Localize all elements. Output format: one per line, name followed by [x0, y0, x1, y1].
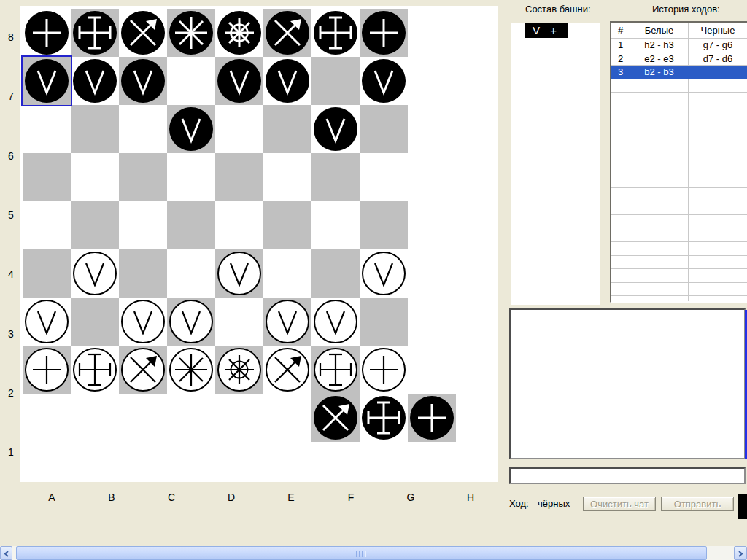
history-empty-row[interactable]: [611, 106, 747, 120]
square-e6[interactable]: [215, 105, 263, 153]
piece-black-star-d8[interactable]: [169, 10, 214, 55]
square-a4[interactable]: [23, 201, 71, 249]
square-d4[interactable]: [167, 201, 215, 249]
square-d5[interactable]: [167, 153, 215, 201]
square-f3[interactable]: [263, 249, 311, 298]
chat-input[interactable]: [509, 467, 746, 484]
piece-black-v-c7[interactable]: [120, 58, 166, 104]
chevron-left-icon: [4, 547, 9, 560]
piece-white-plus-a1[interactable]: [24, 347, 69, 392]
piece-black-v-a7[interactable]: [24, 58, 69, 104]
piece-white-v-d2[interactable]: [169, 299, 214, 344]
square-h2[interactable]: [360, 298, 408, 346]
history-empty-row[interactable]: [611, 269, 747, 283]
square-e5[interactable]: [215, 153, 263, 201]
piece-black-x-arrow-stray[interactable]: [313, 395, 358, 440]
piece-white-v-f2[interactable]: [265, 299, 310, 344]
piece-black-plus-a8[interactable]: [24, 10, 69, 55]
piece-black-x-arrow-f8[interactable]: [265, 10, 310, 55]
piece-black-cross-serif-stray[interactable]: [361, 395, 406, 440]
square-e4[interactable]: [215, 201, 263, 249]
piece-white-v-b3[interactable]: [72, 251, 117, 296]
square-h4[interactable]: [360, 201, 408, 249]
piece-black-v-h7[interactable]: [361, 58, 406, 104]
history-empty-row[interactable]: [611, 228, 747, 242]
square-f5[interactable]: [263, 153, 311, 201]
history-empty-row[interactable]: [611, 188, 747, 202]
scroll-right-button[interactable]: [734, 546, 747, 560]
send-button[interactable]: Отправить: [661, 497, 734, 511]
square-d3[interactable]: [167, 249, 215, 298]
piece-black-plus-stray[interactable]: [409, 395, 454, 440]
piece-white-plus-h1[interactable]: [361, 347, 406, 392]
square-c3[interactable]: [119, 249, 167, 298]
scrollbar-thumb[interactable]: [16, 546, 707, 560]
piece-black-v-b7[interactable]: [72, 58, 117, 104]
piece-black-v-g6[interactable]: [313, 106, 358, 152]
piece-white-v-a2[interactable]: [24, 299, 69, 344]
file-label-h: H: [463, 491, 478, 503]
square-b6[interactable]: [71, 105, 119, 153]
square-f4[interactable]: [263, 201, 311, 249]
history-empty-row[interactable]: [611, 242, 747, 256]
square-h5[interactable]: [360, 153, 408, 201]
history-move-row[interactable]: 2e2 - e3d7 - d6: [611, 52, 747, 66]
square-c5[interactable]: [119, 153, 167, 201]
chat-log[interactable]: [509, 308, 746, 459]
history-move-row[interactable]: 1h2 - h3g7 - g6: [611, 39, 747, 52]
piece-black-cross-serif-b8[interactable]: [72, 10, 117, 55]
square-g3[interactable]: [311, 249, 360, 298]
square-g4[interactable]: [311, 201, 360, 249]
piece-white-v-c2[interactable]: [120, 299, 166, 344]
piece-black-v-f7[interactable]: [265, 58, 310, 104]
history-empty-row[interactable]: [611, 133, 747, 147]
square-c6[interactable]: [119, 105, 167, 153]
square-c4[interactable]: [119, 201, 167, 249]
history-empty-row[interactable]: [611, 215, 747, 229]
square-b5[interactable]: [71, 153, 119, 201]
square-a5[interactable]: [23, 153, 71, 201]
square-g5[interactable]: [311, 153, 360, 201]
history-move-row[interactable]: 3b2 - b3: [611, 66, 747, 79]
square-b4[interactable]: [71, 201, 119, 249]
square-a6[interactable]: [23, 105, 71, 153]
piece-black-v-e7[interactable]: [217, 58, 262, 104]
piece-black-cross-serif-g8[interactable]: [313, 10, 358, 55]
scroll-left-button[interactable]: [0, 546, 12, 560]
horizontal-scrollbar[interactable]: [0, 546, 747, 560]
square-a3[interactable]: [23, 249, 71, 298]
clear-chat-button[interactable]: Очистить чат: [583, 497, 656, 511]
square-g7[interactable]: [311, 57, 360, 105]
piece-white-x-arrow-f1[interactable]: [265, 347, 310, 392]
history-move-row-cell: 1: [611, 39, 630, 52]
history-empty-row[interactable]: [611, 79, 747, 93]
piece-white-v-g2[interactable]: [313, 299, 358, 344]
piece-white-wheel-e1[interactable]: [217, 347, 262, 392]
piece-white-cross-serif-b1[interactable]: [72, 347, 117, 392]
piece-white-star-d1[interactable]: [169, 347, 214, 392]
history-empty-row[interactable]: [611, 296, 747, 303]
history-empty-row[interactable]: [611, 256, 747, 270]
piece-white-v-e3[interactable]: [217, 251, 262, 296]
history-empty-row[interactable]: [611, 160, 747, 174]
history-empty-row[interactable]: [611, 147, 747, 161]
piece-black-v-d6[interactable]: [169, 106, 214, 152]
history-empty-row[interactable]: [611, 93, 747, 106]
square-b2[interactable]: [71, 298, 119, 346]
history-empty-row[interactable]: [611, 201, 747, 215]
piece-black-plus-h8[interactable]: [361, 10, 406, 55]
square-h6[interactable]: [360, 105, 408, 153]
history-empty-row[interactable]: [611, 174, 747, 188]
piece-white-v-h3[interactable]: [361, 251, 406, 296]
square-d7[interactable]: [167, 57, 215, 105]
piece-black-x-arrow-c8[interactable]: [120, 10, 166, 55]
history-move-row-cell: g7 - g6: [689, 39, 747, 52]
move-history-table[interactable]: #БелыеЧерные1h2 - h3g7 - g62e2 - e3d7 - …: [610, 21, 747, 303]
piece-white-cross-serif-g1[interactable]: [313, 347, 358, 392]
history-empty-row[interactable]: [611, 120, 747, 134]
history-empty-row[interactable]: [611, 283, 747, 297]
square-f6[interactable]: [263, 105, 311, 153]
piece-white-x-arrow-c1[interactable]: [120, 347, 166, 392]
piece-black-wheel-e8[interactable]: [217, 10, 262, 55]
square-e2[interactable]: [215, 298, 263, 346]
